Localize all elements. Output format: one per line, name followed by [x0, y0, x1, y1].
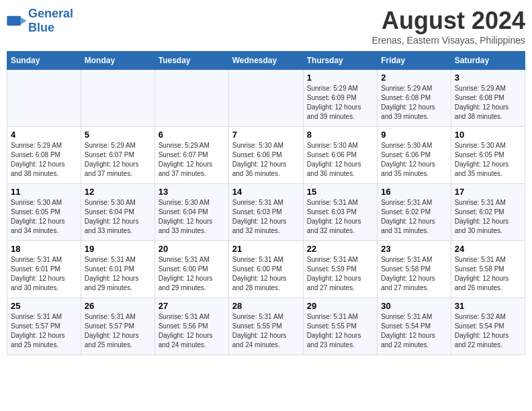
logo-blue: Blue [28, 21, 54, 34]
calendar-week-row: 25Sunrise: 5:31 AM Sunset: 5:57 PM Dayli… [7, 298, 525, 355]
header-wednesday: Wednesday [228, 52, 303, 70]
calendar-cell: 16Sunrise: 5:31 AM Sunset: 6:02 PM Dayli… [378, 184, 451, 241]
logo-general: General [28, 7, 73, 20]
calendar-cell: 12Sunrise: 5:30 AM Sunset: 6:04 PM Dayli… [81, 184, 154, 241]
day-number: 17 [455, 187, 521, 197]
calendar-cell: 22Sunrise: 5:31 AM Sunset: 5:59 PM Dayli… [303, 241, 377, 298]
header-thursday: Thursday [303, 52, 377, 70]
calendar-cell: 27Sunrise: 5:31 AM Sunset: 5:56 PM Dayli… [154, 298, 228, 355]
day-info: Sunrise: 5:31 AM Sunset: 5:57 PM Dayligh… [85, 312, 151, 350]
calendar-cell: 4Sunrise: 5:29 AM Sunset: 6:08 PM Daylig… [7, 127, 81, 184]
calendar-cell: 25Sunrise: 5:31 AM Sunset: 5:57 PM Dayli… [7, 298, 81, 355]
calendar-week-row: 4Sunrise: 5:29 AM Sunset: 6:08 PM Daylig… [7, 127, 525, 184]
day-number: 26 [85, 301, 151, 311]
day-number: 2 [381, 73, 447, 83]
calendar-cell: 5Sunrise: 5:29 AM Sunset: 6:07 PM Daylig… [81, 127, 154, 184]
calendar-week-row: 11Sunrise: 5:30 AM Sunset: 6:05 PM Dayli… [7, 184, 525, 241]
calendar-cell: 8Sunrise: 5:30 AM Sunset: 6:06 PM Daylig… [303, 127, 377, 184]
day-number: 5 [85, 130, 151, 140]
day-info: Sunrise: 5:31 AM Sunset: 5:56 PM Dayligh… [159, 312, 225, 350]
day-info: Sunrise: 5:30 AM Sunset: 6:06 PM Dayligh… [232, 141, 300, 179]
calendar-cell: 19Sunrise: 5:31 AM Sunset: 6:01 PM Dayli… [81, 241, 154, 298]
header-sunday: Sunday [7, 52, 81, 70]
day-info: Sunrise: 5:31 AM Sunset: 6:02 PM Dayligh… [455, 198, 521, 236]
day-info: Sunrise: 5:30 AM Sunset: 6:04 PM Dayligh… [85, 198, 151, 236]
day-info: Sunrise: 5:31 AM Sunset: 6:00 PM Dayligh… [159, 255, 225, 293]
day-number: 16 [381, 187, 447, 197]
day-number: 19 [85, 244, 151, 254]
day-number: 25 [11, 301, 77, 311]
calendar-week-row: 1Sunrise: 5:29 AM Sunset: 6:09 PM Daylig… [7, 70, 525, 127]
calendar-cell: 2Sunrise: 5:29 AM Sunset: 6:08 PM Daylig… [378, 70, 451, 127]
calendar-cell: 30Sunrise: 5:31 AM Sunset: 5:54 PM Dayli… [378, 298, 451, 355]
day-number: 29 [307, 301, 373, 311]
calendar-cell: 17Sunrise: 5:31 AM Sunset: 6:02 PM Dayli… [451, 184, 525, 241]
day-info: Sunrise: 5:31 AM Sunset: 5:54 PM Dayligh… [381, 312, 447, 350]
day-info: Sunrise: 5:31 AM Sunset: 6:01 PM Dayligh… [85, 255, 151, 293]
day-info: Sunrise: 5:30 AM Sunset: 6:05 PM Dayligh… [11, 198, 77, 236]
calendar-cell: 15Sunrise: 5:31 AM Sunset: 6:03 PM Dayli… [303, 184, 377, 241]
day-number: 3 [455, 73, 521, 83]
day-number: 9 [381, 130, 447, 140]
day-info: Sunrise: 5:31 AM Sunset: 5:58 PM Dayligh… [381, 255, 447, 293]
day-info: Sunrise: 5:29 AM Sunset: 6:09 PM Dayligh… [307, 84, 373, 122]
day-info: Sunrise: 5:31 AM Sunset: 5:57 PM Dayligh… [11, 312, 77, 350]
calendar-cell [228, 70, 303, 127]
calendar-week-row: 18Sunrise: 5:31 AM Sunset: 6:01 PM Dayli… [7, 241, 525, 298]
calendar-table: SundayMondayTuesdayWednesdayThursdayFrid… [7, 51, 525, 355]
calendar-cell [7, 70, 81, 127]
day-number: 14 [232, 187, 300, 197]
day-number: 18 [11, 244, 77, 254]
calendar-cell: 10Sunrise: 5:30 AM Sunset: 6:05 PM Dayli… [451, 127, 525, 184]
logo-icon [7, 13, 27, 28]
day-info: Sunrise: 5:30 AM Sunset: 6:06 PM Dayligh… [307, 141, 373, 179]
day-number: 22 [307, 244, 373, 254]
calendar-cell [154, 70, 228, 127]
day-info: Sunrise: 5:30 AM Sunset: 6:06 PM Dayligh… [381, 141, 447, 179]
day-number: 6 [159, 130, 225, 140]
day-number: 30 [381, 301, 447, 311]
location-subtitle: Erenas, Eastern Visayas, Philippines [371, 35, 525, 46]
calendar-cell: 9Sunrise: 5:30 AM Sunset: 6:06 PM Daylig… [378, 127, 451, 184]
day-number: 10 [455, 130, 521, 140]
day-info: Sunrise: 5:29 AM Sunset: 6:08 PM Dayligh… [455, 84, 521, 122]
day-info: Sunrise: 5:31 AM Sunset: 6:01 PM Dayligh… [11, 255, 77, 293]
day-info: Sunrise: 5:31 AM Sunset: 5:59 PM Dayligh… [307, 255, 373, 293]
day-number: 7 [232, 130, 300, 140]
day-number: 15 [307, 187, 373, 197]
day-info: Sunrise: 5:30 AM Sunset: 6:05 PM Dayligh… [455, 141, 521, 179]
logo-text: General Blue [28, 7, 73, 35]
header-saturday: Saturday [451, 52, 525, 70]
day-info: Sunrise: 5:31 AM Sunset: 6:02 PM Dayligh… [381, 198, 447, 236]
calendar-cell: 26Sunrise: 5:31 AM Sunset: 5:57 PM Dayli… [81, 298, 154, 355]
day-number: 8 [307, 130, 373, 140]
day-number: 28 [232, 301, 300, 311]
day-number: 27 [159, 301, 225, 311]
month-year-title: August 2024 [371, 7, 525, 35]
calendar-cell: 14Sunrise: 5:31 AM Sunset: 6:03 PM Dayli… [228, 184, 303, 241]
calendar-cell: 13Sunrise: 5:30 AM Sunset: 6:04 PM Dayli… [154, 184, 228, 241]
calendar-header-row: SundayMondayTuesdayWednesdayThursdayFrid… [7, 52, 525, 70]
day-info: Sunrise: 5:29 AM Sunset: 6:08 PM Dayligh… [381, 84, 447, 122]
day-number: 21 [232, 244, 300, 254]
day-info: Sunrise: 5:31 AM Sunset: 5:55 PM Dayligh… [307, 312, 373, 350]
calendar-cell: 31Sunrise: 5:32 AM Sunset: 5:54 PM Dayli… [451, 298, 525, 355]
day-number: 1 [307, 73, 373, 83]
day-info: Sunrise: 5:29 AM Sunset: 6:07 PM Dayligh… [159, 141, 225, 179]
day-info: Sunrise: 5:29 AM Sunset: 6:07 PM Dayligh… [85, 141, 151, 179]
day-number: 4 [11, 130, 77, 140]
day-number: 31 [455, 301, 521, 311]
calendar-cell: 1Sunrise: 5:29 AM Sunset: 6:09 PM Daylig… [303, 70, 377, 127]
day-info: Sunrise: 5:32 AM Sunset: 5:54 PM Dayligh… [455, 312, 521, 350]
day-info: Sunrise: 5:31 AM Sunset: 6:03 PM Dayligh… [232, 198, 300, 236]
calendar-cell: 18Sunrise: 5:31 AM Sunset: 6:01 PM Dayli… [7, 241, 81, 298]
calendar-cell [81, 70, 154, 127]
calendar-cell: 20Sunrise: 5:31 AM Sunset: 6:00 PM Dayli… [154, 241, 228, 298]
day-number: 23 [381, 244, 447, 254]
page-header: General Blue August 2024 Erenas, Eastern… [7, 7, 525, 46]
day-number: 24 [455, 244, 521, 254]
title-area: August 2024 Erenas, Eastern Visayas, Phi… [371, 7, 525, 46]
calendar-cell: 3Sunrise: 5:29 AM Sunset: 6:08 PM Daylig… [451, 70, 525, 127]
calendar-cell: 21Sunrise: 5:31 AM Sunset: 6:00 PM Dayli… [228, 241, 303, 298]
day-info: Sunrise: 5:31 AM Sunset: 5:55 PM Dayligh… [232, 312, 300, 350]
